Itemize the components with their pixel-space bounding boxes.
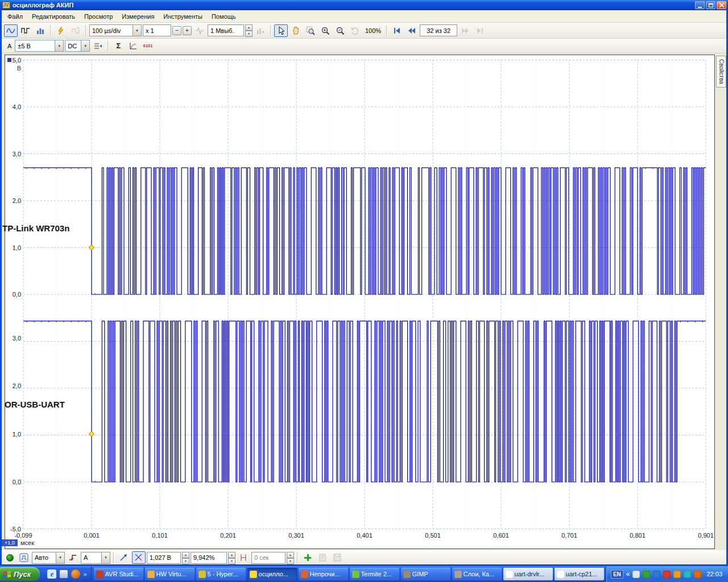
xy-plot-button[interactable] (126, 40, 140, 52)
volume-tray-icon[interactable] (684, 571, 691, 578)
edge-any-button[interactable] (132, 551, 146, 564)
trigger-indicator-button[interactable] (17, 551, 31, 564)
taskbar-button[interactable]: Непрочи... (299, 568, 348, 580)
trigger-marker[interactable] (89, 245, 94, 251)
menu-view[interactable]: Просмотр (80, 11, 117, 22)
measure-cursors-button[interactable] (237, 551, 250, 564)
trigger-level-input[interactable]: 1,027 В (147, 552, 181, 564)
single-capture-button[interactable] (69, 24, 82, 37)
decimation-button[interactable] (254, 24, 267, 37)
menu-measurements[interactable]: Измерения (117, 11, 159, 22)
next-frame-button[interactable] (458, 24, 472, 37)
show-desktop-icon[interactable] (59, 569, 68, 579)
trigger-source-select[interactable]: A▼ (81, 552, 110, 564)
tray-chevron-icon[interactable]: « (626, 570, 630, 578)
y-tick-label: 0,0 (13, 291, 21, 298)
trigger-marker[interactable] (89, 431, 94, 437)
power-tray-icon[interactable] (694, 571, 701, 578)
select-cursor-button[interactable] (274, 24, 288, 37)
menu-help[interactable]: Помощь (207, 11, 241, 22)
edge-rising-button[interactable] (117, 551, 131, 564)
math-sum-button[interactable]: Σ (111, 40, 125, 52)
update-tray-icon[interactable] (673, 571, 681, 578)
menu-edit[interactable]: Редактировать (27, 11, 80, 22)
first-frame-button[interactable] (390, 24, 404, 37)
taskbar-button[interactable]: Termite 2... (350, 568, 399, 580)
frame-counter[interactable]: 32 из 32 (420, 24, 457, 36)
trigger-holdoff-input[interactable]: 0 сек (251, 552, 286, 564)
coupling-select[interactable]: DC▼ (65, 40, 90, 52)
square-wave-view-button[interactable] (19, 24, 32, 37)
trigger-type-button[interactable] (66, 551, 80, 564)
oscilloscope-window: осциллограф АКИП ФайлРедактироватьПросмо… (0, 0, 728, 566)
windows-flag-icon (3, 571, 11, 577)
taskbar-button[interactable]: HW Virtu... (145, 568, 195, 580)
quicklaunch-chevron-icon[interactable]: » (83, 571, 86, 577)
zoom-in-button[interactable] (318, 24, 332, 37)
close-button[interactable] (717, 1, 726, 9)
logic-analyzer-button[interactable]: 0101 (141, 40, 155, 52)
taskbar-clock[interactable]: 22:03 (706, 571, 722, 577)
maximize-button[interactable] (706, 1, 715, 9)
run-acquisition-button[interactable] (54, 24, 68, 37)
sample-count-spinner[interactable]: ▲▼ (245, 24, 253, 36)
trigger-level-spinner[interactable]: ▲▼ (182, 552, 189, 564)
taskbar-button[interactable]: осцилло... (247, 568, 297, 580)
task-label: GIMP (412, 571, 428, 577)
scale-plus-button[interactable]: + (183, 26, 192, 35)
taskbar-button[interactable]: AVR Studi... (94, 568, 143, 580)
toolbar-separator (297, 552, 298, 563)
network-tray-icon[interactable] (632, 571, 640, 578)
start-label: Пуск (14, 570, 31, 579)
screen: осциллограф АКИП ФайлРедактироватьПросмо… (0, 0, 728, 582)
export-button[interactable] (316, 551, 329, 564)
taskbar-button[interactable]: uart-drvlr... (503, 568, 553, 580)
trigger-hysteresis-spinner[interactable]: ▲▼ (228, 552, 235, 564)
task-label: uart-drvlr... (515, 571, 545, 577)
internet-explorer-icon[interactable]: e (47, 569, 56, 579)
menu-tools[interactable]: Инструменты (159, 11, 207, 22)
save-image-button[interactable] (330, 551, 344, 564)
language-indicator[interactable]: EN (611, 570, 623, 579)
scope-display[interactable]: 5,04,03,02,01,00,0-5,03,02,01,00,0В-0,09… (5, 55, 715, 549)
properties-tab[interactable]: Свойства (716, 56, 726, 88)
usb-device-tray-icon[interactable] (653, 571, 660, 578)
waveform-plot[interactable]: 5,04,03,02,01,00,0-5,03,02,01,00,0В-0,09… (5, 55, 714, 548)
taskbar-button[interactable]: 5 - Hyper... (196, 568, 246, 580)
trigger-source-value: A (84, 554, 88, 561)
trigger-holdoff-spinner[interactable]: ▲▼ (287, 552, 294, 564)
timebase-select[interactable]: 100 µs/div▼ (89, 24, 142, 36)
media-player-icon[interactable] (71, 569, 80, 579)
last-frame-button[interactable] (473, 24, 487, 37)
add-measurement-button[interactable] (301, 551, 315, 564)
zoom-undo-button[interactable] (348, 24, 362, 37)
x-tick-label: 0,401 (357, 532, 373, 539)
zoom-region-button[interactable] (304, 24, 317, 37)
zoom-out-button[interactable] (333, 24, 347, 37)
scale-minus-button[interactable]: − (172, 26, 181, 35)
channel-options-button[interactable] (91, 40, 105, 52)
taskbar-button[interactable]: GIMP (401, 568, 450, 580)
prev-frame-button[interactable] (405, 24, 419, 37)
x-tick-label: 0,001 (84, 532, 100, 539)
taskbar-button[interactable]: uart-cp21... (555, 568, 604, 580)
histogram-view-button[interactable] (34, 24, 47, 37)
minimize-button[interactable] (695, 1, 705, 9)
trigger-hysteresis-input[interactable]: 9,942% (191, 552, 227, 564)
channel-a-color-chip (7, 58, 11, 62)
waveform-view-button[interactable] (4, 24, 18, 37)
taskbar-button[interactable]: Слои, Ка... (452, 568, 502, 580)
scale-x-box[interactable]: x 1 (143, 24, 171, 36)
start-button[interactable]: Пуск (0, 567, 40, 581)
pan-hand-button[interactable] (289, 24, 303, 37)
y-tick-label: 1,0 (13, 431, 21, 438)
menu-file[interactable]: Файл (3, 11, 27, 22)
alert-tray-icon[interactable] (663, 571, 671, 578)
fit-waveform-button[interactable] (193, 24, 206, 37)
antivirus-tray-icon[interactable] (643, 571, 650, 578)
trigger-mode-select[interactable]: Авто▼ (32, 552, 65, 564)
sample-count-box[interactable]: 1 Мвыб. (208, 24, 244, 36)
document-icon (557, 571, 564, 578)
task-label: Termite 2... (361, 571, 392, 577)
voltage-range-select[interactable]: ±5 В▼ (15, 40, 64, 52)
